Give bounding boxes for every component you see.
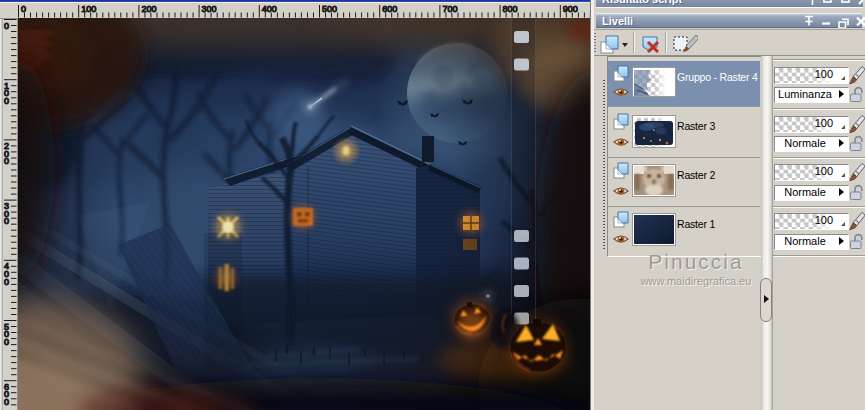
svg-text:0: 0 <box>4 216 9 226</box>
svg-text:0: 0 <box>4 337 9 347</box>
svg-text:800: 800 <box>503 4 518 14</box>
svg-text:400: 400 <box>262 4 277 14</box>
svg-text:900: 900 <box>563 4 578 14</box>
svg-text:700: 700 <box>442 4 457 14</box>
svg-text:0: 0 <box>4 277 9 287</box>
svg-text:0: 0 <box>4 21 9 31</box>
svg-text:500: 500 <box>322 4 337 14</box>
svg-text:0: 0 <box>4 397 9 407</box>
svg-text:0: 0 <box>4 156 9 166</box>
svg-text:300: 300 <box>202 4 217 14</box>
svg-text:100: 100 <box>81 4 96 14</box>
svg-text:200: 200 <box>141 4 156 14</box>
svg-text:0: 0 <box>21 4 26 14</box>
svg-text:600: 600 <box>382 4 397 14</box>
svg-text:0: 0 <box>4 96 9 106</box>
